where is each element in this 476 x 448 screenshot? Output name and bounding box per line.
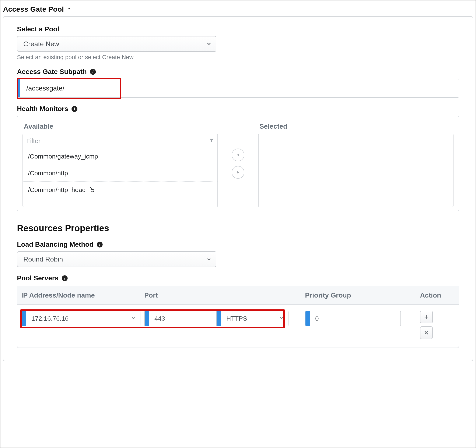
chevron-down-icon (126, 315, 140, 322)
section-header[interactable]: Access Gate Pool (3, 5, 473, 13)
health-monitors-label: Health Monitors i (17, 105, 459, 113)
ip-node-select[interactable]: 172.16.76.16 (21, 311, 140, 326)
protocol-select[interactable]: HTTPS (216, 311, 289, 326)
ip-value: 172.16.76.16 (27, 315, 126, 322)
required-indicator (21, 311, 26, 326)
selected-box[interactable] (258, 134, 453, 207)
col-action: Action (401, 291, 455, 299)
select-pool-value: Create New (23, 40, 59, 48)
add-row-button[interactable] (420, 311, 433, 323)
svg-text:i: i (92, 70, 94, 74)
info-icon[interactable]: i (62, 275, 68, 282)
info-icon[interactable]: i (90, 69, 96, 75)
remove-row-button[interactable] (420, 326, 433, 339)
access-gate-pool-panel: Access Gate Pool Select a Pool Create Ne… (0, 0, 476, 448)
resources-heading: Resources Properties (17, 223, 459, 233)
info-icon[interactable]: i (96, 241, 103, 248)
move-left-button[interactable] (232, 149, 244, 161)
lb-method-value: Round Robin (23, 255, 63, 263)
available-box: /Common/gateway_icmp /Common/http /Commo… (23, 134, 218, 207)
select-pool-label: Select a Pool (17, 25, 459, 33)
panel-body: Select a Pool Create New Select an exist… (3, 16, 473, 361)
pool-servers-table: IP Address/Node name Port Priority Group… (17, 286, 459, 348)
available-title: Available (24, 122, 218, 130)
priority-input-container (305, 311, 401, 326)
port-input[interactable] (150, 315, 216, 322)
table-header: IP Address/Node name Port Priority Group… (17, 286, 459, 305)
subpath-label: Access Gate Subpath i (17, 68, 459, 76)
selected-column: Selected (258, 120, 453, 207)
col-priority: Priority Group (289, 291, 401, 299)
pool-servers-label: Pool Servers i (17, 274, 459, 282)
required-indicator (216, 311, 221, 326)
select-pool-helper: Select an existing pool or select Create… (17, 54, 459, 61)
priority-input[interactable] (311, 315, 401, 322)
svg-text:i: i (99, 242, 100, 247)
lb-method-dropdown[interactable]: Round Robin (17, 251, 216, 267)
select-pool-label-text: Select a Pool (17, 25, 59, 33)
chevron-down-icon (206, 41, 212, 47)
pool-servers-label-text: Pool Servers (17, 274, 59, 282)
caret-down-icon (66, 6, 72, 13)
list-item[interactable]: /Common/http (23, 165, 217, 182)
subpath-label-text: Access Gate Subpath (17, 68, 87, 76)
available-list[interactable]: /Common/gateway_icmp /Common/http /Commo… (23, 148, 217, 207)
filter-icon[interactable] (209, 138, 215, 144)
required-indicator (17, 79, 20, 97)
lb-method-label: Load Balancing Method i (17, 241, 459, 248)
health-monitors-label-text: Health Monitors (17, 105, 68, 113)
port-input-container (144, 311, 216, 326)
section-title-text: Access Gate Pool (3, 5, 64, 13)
protocol-value: HTTPS (222, 315, 274, 322)
available-filter (23, 134, 217, 148)
transfer-buttons (218, 120, 258, 207)
available-column: Available /Common/gateway_icmp /Common/h… (23, 120, 218, 207)
col-ip: IP Address/Node name (21, 291, 144, 299)
selected-title: Selected (259, 122, 453, 130)
required-indicator (144, 311, 149, 326)
subpath-input[interactable] (20, 79, 459, 97)
col-port: Port (144, 291, 289, 299)
health-monitors-dual-list: Available /Common/gateway_icmp /Common/h… (17, 116, 459, 211)
select-pool-dropdown[interactable]: Create New (17, 36, 216, 52)
list-item[interactable]: /Common/http_head_f5 (23, 182, 217, 198)
subpath-input-container (17, 79, 459, 98)
info-icon[interactable]: i (71, 106, 78, 112)
available-filter-input[interactable] (26, 137, 209, 145)
chevron-down-icon (274, 315, 288, 322)
list-item[interactable]: /Common/gateway_icmp (23, 148, 217, 165)
required-indicator (305, 311, 310, 326)
svg-text:i: i (64, 276, 65, 280)
table-row: 172.16.76.16 HTTPS (17, 305, 459, 348)
chevron-down-icon (206, 256, 212, 262)
svg-text:i: i (74, 107, 75, 111)
move-right-button[interactable] (232, 166, 244, 179)
lb-method-label-text: Load Balancing Method (17, 241, 94, 248)
